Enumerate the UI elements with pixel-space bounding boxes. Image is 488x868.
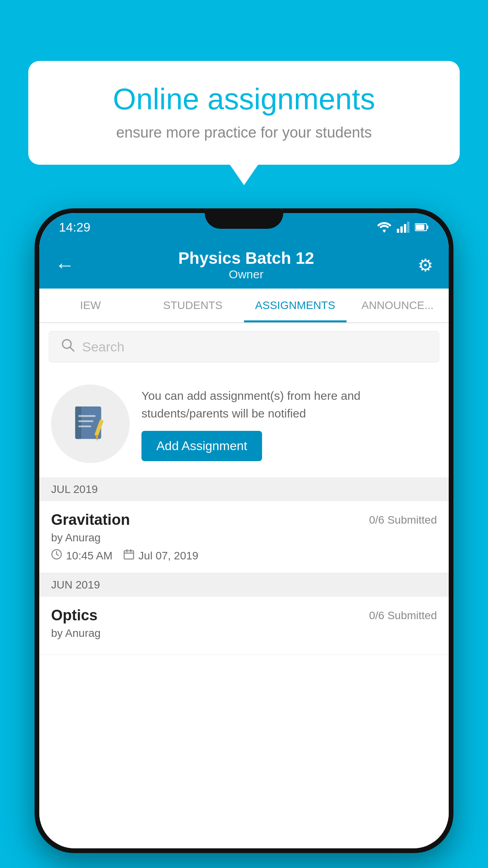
content-area: Search: [39, 323, 449, 848]
tab-item-iew[interactable]: IEW: [39, 289, 142, 322]
svg-rect-19: [124, 551, 134, 559]
wifi-icon: [377, 222, 391, 233]
phone-inner: 14:29: [39, 213, 449, 848]
assignment-item-gravitation[interactable]: Gravitation 0/6 Submitted by Anurag: [39, 501, 449, 573]
assignment-time: 10:45 AM: [66, 550, 112, 562]
svg-rect-3: [407, 222, 409, 233]
search-placeholder: Search: [82, 339, 125, 355]
status-time: 14:29: [59, 220, 90, 235]
app-bar-title-group: Physics Batch 12 Owner: [178, 249, 314, 281]
speech-bubble: Online assignments ensure more practice …: [28, 61, 460, 165]
svg-rect-5: [427, 226, 428, 229]
speech-bubble-title: Online assignments: [54, 83, 434, 116]
tab-item-announcements[interactable]: ANNOUNCE...: [347, 289, 449, 322]
svg-rect-2: [404, 224, 406, 233]
battery-icon: [415, 223, 429, 232]
search-icon: [61, 338, 75, 356]
app-bar-subtitle: Owner: [178, 268, 314, 281]
section-jul-2019: JUL 2019: [39, 478, 449, 501]
svg-line-18: [57, 554, 59, 555]
calendar-icon: [123, 549, 134, 563]
assignment-by-optics: by Anurag: [51, 627, 437, 640]
assignment-meta: 10:45 AM Jul 07, 2019: [51, 549, 437, 563]
add-assignment-right: You can add assignment(s) from here and …: [141, 387, 437, 461]
assignment-icon-circle: [51, 384, 130, 463]
app-bar: ← Physics Batch 12 Owner ⚙: [39, 241, 449, 289]
search-bar[interactable]: Search: [49, 331, 439, 362]
speech-bubble-subtitle: ensure more practice for your students: [54, 124, 434, 141]
clock-icon: [51, 549, 62, 563]
phone-frame: 14:29: [35, 208, 453, 853]
meta-date: Jul 07, 2019: [123, 549, 198, 563]
tab-bar: IEW STUDENTS ASSIGNMENTS ANNOUNCE...: [39, 289, 449, 323]
phone-notch: [205, 208, 283, 229]
assignment-title-optics: Optics: [51, 607, 97, 624]
back-button[interactable]: ←: [55, 254, 75, 276]
svg-rect-12: [78, 420, 94, 422]
settings-button[interactable]: ⚙: [418, 255, 433, 275]
svg-rect-13: [78, 425, 91, 427]
assignment-item-optics[interactable]: Optics 0/6 Submitted by Anurag: [39, 597, 449, 655]
signal-icon: [397, 222, 409, 233]
svg-line-8: [70, 347, 74, 351]
meta-time: 10:45 AM: [51, 549, 112, 563]
assignment-submitted-optics: 0/6 Submitted: [369, 609, 437, 622]
assignment-item-header-optics: Optics 0/6 Submitted: [51, 607, 437, 624]
svg-rect-6: [416, 224, 424, 230]
assignment-item-header: Gravitation 0/6 Submitted: [51, 511, 437, 528]
assignment-title: Gravitation: [51, 511, 130, 528]
tab-item-assignments[interactable]: ASSIGNMENTS: [244, 289, 347, 322]
svg-rect-10: [75, 406, 81, 439]
svg-rect-11: [78, 415, 95, 417]
add-assignment-description: You can add assignment(s) from here and …: [141, 387, 437, 422]
svg-rect-1: [400, 226, 403, 233]
tab-item-students[interactable]: STUDENTS: [142, 289, 244, 322]
section-jun-2019: JUN 2019: [39, 573, 449, 597]
assignment-date: Jul 07, 2019: [138, 550, 198, 562]
app-bar-title: Physics Batch 12: [178, 249, 314, 268]
speech-bubble-container: Online assignments ensure more practice …: [28, 61, 460, 165]
status-icons: [377, 222, 429, 233]
add-assignment-area: You can add assignment(s) from here and …: [39, 370, 449, 478]
assignment-submitted: 0/6 Submitted: [369, 514, 437, 526]
assignment-by: by Anurag: [51, 531, 437, 544]
notebook-icon: [69, 402, 112, 445]
search-bar-container: Search: [39, 323, 449, 370]
svg-rect-0: [397, 229, 399, 233]
add-assignment-button[interactable]: Add Assignment: [141, 431, 262, 461]
